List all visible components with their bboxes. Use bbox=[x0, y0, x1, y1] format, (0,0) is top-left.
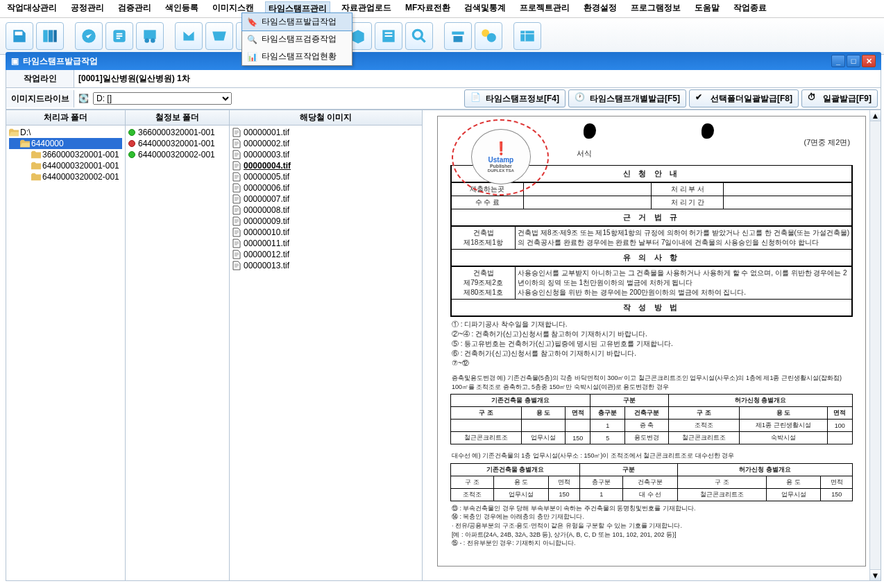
toolbar-button[interactable] bbox=[475, 22, 502, 50]
image-item[interactable]: 00000001.tif bbox=[232, 127, 419, 138]
status-dot-icon bbox=[128, 151, 135, 158]
image-item[interactable]: 00000008.tif bbox=[232, 205, 419, 216]
info-icon: 📄 bbox=[470, 92, 483, 105]
svg-point-6 bbox=[151, 38, 155, 43]
svg-point-11 bbox=[487, 33, 496, 42]
toolbar-button[interactable] bbox=[136, 22, 164, 50]
tree-item[interactable]: 6440000320001-001 bbox=[9, 160, 122, 171]
folder-item[interactable]: 3660000320001-001 bbox=[128, 127, 226, 138]
document-preview: ❗ Ustamp Publisher DUPLEX TSA 서식 (7면중 제2… bbox=[437, 116, 866, 567]
method-lines: ① : 디파기공사 착수일을 기재합니다.②~④ : 건축허가(신고)신청서를 … bbox=[450, 317, 853, 371]
image-list[interactable]: 00000001.tif00000002.tif00000003.tif0000… bbox=[230, 126, 422, 273]
menu-item[interactable]: 프로젝트관리 bbox=[517, 1, 572, 16]
drive-select[interactable]: D: [] bbox=[93, 92, 232, 105]
col3-header: 해당철 이미지 bbox=[230, 110, 422, 126]
window-titlebar: ▣ 타임스탬프발급작업 _ □ ✕ bbox=[6, 52, 881, 70]
menu-item[interactable]: 작업대상관리 bbox=[4, 1, 60, 16]
stamp-icon: 🔖 bbox=[246, 17, 257, 28]
dropdown-item-verify[interactable]: 🔍 타임스탬프검증작업 bbox=[242, 31, 352, 48]
image-item[interactable]: 00000005.tif bbox=[232, 171, 419, 182]
folder-item[interactable]: 6440000320001-001 bbox=[128, 138, 226, 149]
verify-icon: 🔍 bbox=[246, 34, 257, 45]
menu-item[interactable]: 검증관리 bbox=[115, 1, 154, 16]
window-title: 타임스탬프발급작업 bbox=[23, 55, 98, 67]
menu-item[interactable]: 색인등록 bbox=[162, 1, 201, 16]
tree-item[interactable]: D:\ bbox=[9, 127, 122, 138]
status-dot-icon bbox=[128, 129, 135, 136]
status-dot-icon bbox=[128, 140, 135, 147]
svg-rect-2 bbox=[53, 30, 56, 42]
image-item[interactable]: 00000011.tif bbox=[232, 238, 419, 249]
col2-header: 철정보 폴더 bbox=[126, 110, 229, 126]
image-item[interactable]: 00000012.tif bbox=[232, 249, 419, 260]
svg-rect-0 bbox=[43, 30, 48, 42]
scroll-down-icon[interactable]: ▼ bbox=[870, 569, 881, 580]
dropdown-label: 타임스탬프발급작업 bbox=[262, 16, 337, 28]
image-item[interactable]: 00000013.tif bbox=[232, 260, 419, 271]
toolbar-button[interactable] bbox=[444, 22, 472, 50]
menu-item[interactable]: 도움말 bbox=[692, 1, 722, 16]
check-icon: ✔ bbox=[695, 92, 708, 105]
folder-tree[interactable]: D:\64400003660000320001-0016440000320001… bbox=[6, 126, 125, 184]
image-item[interactable]: 00000010.tif bbox=[232, 227, 419, 238]
svg-rect-12 bbox=[520, 31, 534, 41]
toolbar-button[interactable] bbox=[6, 22, 33, 50]
menu-item[interactable]: 공정관리 bbox=[68, 1, 107, 16]
menu-bar: 작업대상관리 공정관리 검증관리 색인등록 이미지스캔 타임스탬프관리 자료관업… bbox=[0, 0, 884, 18]
svg-point-5 bbox=[144, 38, 149, 43]
menu-item[interactable]: MF자료전환 bbox=[402, 1, 453, 16]
toolbar-button[interactable] bbox=[75, 22, 103, 50]
tab-batch-issue[interactable]: ⏱일괄발급[F9] bbox=[801, 89, 878, 107]
toolbar-button[interactable] bbox=[175, 22, 203, 50]
image-item[interactable]: 00000002.tif bbox=[232, 138, 419, 149]
menu-item[interactable]: 작업종료 bbox=[731, 1, 770, 16]
window-icon: ▣ bbox=[11, 56, 19, 66]
tab-folder-batch[interactable]: ✔선택폴더일괄발급[F8] bbox=[689, 89, 799, 107]
preview-scrollbar[interactable]: ▲ ▼ bbox=[869, 110, 881, 580]
dropdown-label: 타임스탬프작업현황 bbox=[262, 51, 337, 62]
tree-item[interactable]: 6440000 bbox=[9, 138, 122, 149]
toolbar-button[interactable] bbox=[405, 22, 433, 50]
doc-notes: ⑬ : 부속건축물인 경우 당해 부속부분이 속하는 주건축물의 동명칭및번호를… bbox=[450, 501, 853, 551]
scroll-up-icon[interactable]: ▲ bbox=[870, 110, 881, 121]
dropdown-label: 타임스탬프검증작업 bbox=[262, 33, 337, 45]
main-toolbar bbox=[0, 18, 884, 55]
table1: 기존건축물 층별개요구분허가신청 층별개요 구 조용 도면적층구분건축구분구 조… bbox=[450, 394, 853, 444]
image-item[interactable]: 00000004.tif bbox=[232, 160, 419, 171]
dropdown-item-status[interactable]: 📊 타임스탬프작업현황 bbox=[242, 48, 352, 65]
toolbar-button[interactable] bbox=[513, 22, 541, 50]
svg-rect-9 bbox=[454, 36, 463, 42]
menu-item[interactable]: 환경설정 bbox=[581, 1, 620, 16]
seosik-label: 서식 bbox=[577, 148, 592, 159]
clock-icon: 🕐 bbox=[575, 92, 587, 105]
toolbar-button[interactable] bbox=[36, 22, 64, 50]
tree-item[interactable]: 3660000320001-001 bbox=[9, 149, 122, 160]
image-item[interactable]: 00000006.tif bbox=[232, 182, 419, 193]
toolbar-button[interactable] bbox=[105, 22, 133, 50]
svg-rect-1 bbox=[49, 30, 53, 42]
image-preview: ❗ Ustamp Publisher DUPLEX TSA 서식 (7면중 제2… bbox=[423, 110, 881, 580]
maximize-button[interactable]: □ bbox=[847, 55, 860, 67]
image-item[interactable]: 00000007.tif bbox=[232, 193, 419, 205]
page-indicator: (7면중 제2면) bbox=[804, 137, 850, 148]
workline-value: [0001]일산병원(일산병원) 1차 bbox=[74, 71, 881, 87]
tree-item[interactable]: 6440000320002-001 bbox=[9, 171, 122, 182]
status-icon: 📊 bbox=[246, 51, 257, 62]
timestamp-dropdown: 🔖 타임스탬프발급작업 🔍 타임스탬프검증작업 📊 타임스탬프작업현황 bbox=[241, 12, 352, 66]
folder-list[interactable]: 3660000320001-0016440000320001-001644000… bbox=[126, 126, 229, 162]
toolbar-button[interactable] bbox=[205, 22, 233, 50]
toolbar-button[interactable] bbox=[375, 22, 402, 50]
col1-header: 처리과 폴더 bbox=[6, 110, 125, 126]
dropdown-item-issue[interactable]: 🔖 타임스탬프발급작업 bbox=[241, 12, 352, 31]
drive-label: 이미지드라이브 bbox=[6, 90, 74, 107]
close-button[interactable]: ✕ bbox=[862, 55, 876, 67]
image-item[interactable]: 00000003.tif bbox=[232, 149, 419, 160]
tab-timestamp-info[interactable]: 📄타임스탬프정보[F4] bbox=[464, 89, 566, 107]
menu-item[interactable]: 프로그램정보 bbox=[628, 1, 683, 16]
minimize-button[interactable]: _ bbox=[831, 55, 845, 67]
folder-item[interactable]: 6440000320002-001 bbox=[128, 149, 226, 160]
image-item[interactable]: 00000009.tif bbox=[232, 216, 419, 227]
menu-item[interactable]: 검색및통계 bbox=[461, 1, 509, 16]
timestamp-stamp: ❗ Ustamp Publisher DUPLEX TSA bbox=[452, 119, 549, 196]
tab-individual-issue[interactable]: 🕐타임스탬프개별발급[F5] bbox=[568, 89, 686, 107]
